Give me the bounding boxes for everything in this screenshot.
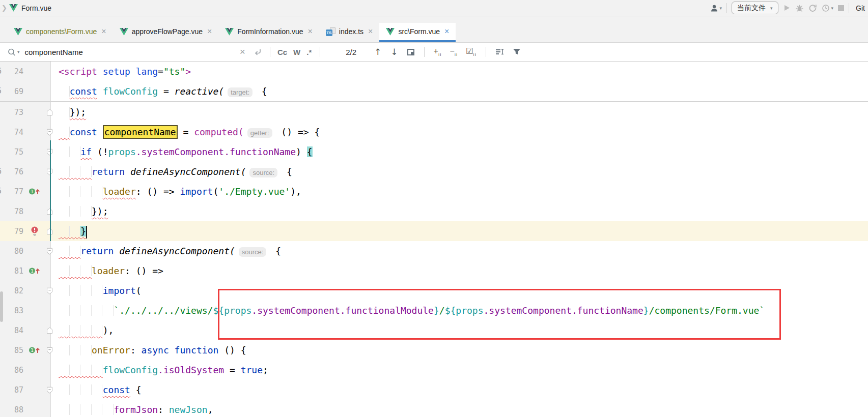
code-line-82[interactable]: 82 import( (0, 281, 868, 301)
search-icon[interactable]: ▾ (7, 48, 20, 56)
next-match-button[interactable]: ↓ (386, 47, 402, 57)
run-configuration-selector[interactable]: 当前文件 ▾ (732, 2, 778, 14)
line-number: 87 (0, 385, 23, 395)
clipped-edge-digit: 5 (0, 187, 2, 196)
line-number: 76 (0, 167, 23, 176)
clipped-edge-digit: 6 (0, 67, 2, 76)
code-text: const flowConfig = reactive(target: { (59, 81, 267, 101)
code-line-84[interactable]: 84 ), (0, 320, 868, 340)
line-number: 84 (0, 326, 23, 335)
code-line-75[interactable]: 75 if (!props.systemComponent.functionNa… (0, 142, 868, 162)
clear-search-icon[interactable]: × (236, 46, 249, 57)
fold-down-icon[interactable] (46, 287, 59, 294)
line-number: 75 (0, 147, 23, 157)
match-case-toggle[interactable]: Cc (274, 48, 290, 56)
code-line-77[interactable]: 771 loader: () => import('./Empty.vue'), (0, 182, 868, 201)
words-toggle[interactable]: W (290, 48, 303, 56)
svg-text:1: 1 (31, 189, 34, 194)
fold-down-icon[interactable] (46, 347, 59, 354)
regex-toggle[interactable]: .* (303, 48, 315, 56)
close-tab-icon[interactable]: × (101, 27, 106, 36)
svg-text:1: 1 (31, 348, 34, 353)
profiler-button[interactable]: ▾ (822, 4, 834, 12)
fold-down-icon[interactable] (46, 148, 59, 156)
code-line-24[interactable]: 24<script setup lang="ts"> (0, 62, 868, 81)
user-account-button[interactable]: ▾ (710, 4, 722, 12)
line-number: 79 (0, 227, 23, 236)
clipped-edge-digit: 6 (0, 167, 2, 176)
filter-icon[interactable] (509, 48, 525, 55)
rerun-coverage-button[interactable] (808, 4, 817, 12)
tab-label: approveFlowPage.vue (132, 27, 203, 36)
code-line-83[interactable]: 83 `./../../../views/${props.systemCompo… (0, 301, 868, 320)
editor-tab-index.ts[interactable]: TSindex.ts× (319, 23, 380, 42)
search-in-selection-button[interactable] (491, 48, 509, 55)
vue-file-icon (9, 4, 18, 12)
close-tab-icon[interactable]: × (444, 27, 449, 36)
fold-up-icon[interactable] (46, 208, 59, 215)
editor-tab-FormInformation.vue[interactable]: FormInformation.vue× (218, 23, 319, 42)
vue-file-icon (386, 28, 395, 36)
error-marker-icon[interactable] (23, 226, 46, 236)
editor-tab-src-Form.vue[interactable]: src\Form.vue× (379, 23, 456, 42)
vue-file-icon (14, 28, 22, 36)
code-line-73[interactable]: 73 }); (0, 102, 868, 122)
code-text: formJson: newJson, (59, 400, 213, 417)
fold-up-icon[interactable] (46, 109, 59, 116)
chevron-down-icon: ▾ (770, 6, 773, 11)
implementation-marker-icon[interactable]: 1 (23, 346, 46, 354)
code-line-76[interactable]: 76 return defineAsyncComponent(source: { (0, 162, 868, 182)
code-line-87[interactable]: 87 const { (0, 380, 868, 400)
divider (726, 3, 727, 13)
code-line-81[interactable]: 811 loader: () => (0, 261, 868, 281)
code-line-88[interactable]: 88 formJson: newJson, (0, 400, 868, 417)
line-number: 82 (0, 286, 23, 295)
line-number: 80 (0, 247, 23, 256)
code-line-69[interactable]: 69 const flowConfig = reactive(target: { (0, 81, 868, 101)
breadcrumb-chevron-icon: ❯ (2, 4, 7, 12)
code-line-86[interactable]: 86 flowConfig.isOldSystem = true; (0, 360, 868, 380)
code-line-80[interactable]: 80 return defineAsyncComponent(source: { (0, 241, 868, 261)
fold-up-icon[interactable] (46, 327, 59, 334)
open-in-find-window-button[interactable] (407, 49, 414, 55)
code-line-74[interactable]: 74 const componentName = computed(getter… (0, 122, 868, 142)
remove-selection-button[interactable]: −II (445, 47, 462, 57)
implementation-marker-icon[interactable]: 1 (23, 187, 46, 196)
newline-icon[interactable] (249, 48, 266, 56)
close-tab-icon[interactable]: × (307, 27, 312, 36)
fold-down-icon[interactable] (46, 129, 59, 136)
add-selection-button[interactable]: +II (430, 47, 446, 57)
code-line-79[interactable]: 79 } (0, 221, 868, 241)
editor-tab-components-Form.vue[interactable]: components\Form.vue× (7, 23, 113, 42)
search-input[interactable]: componentName (25, 48, 83, 56)
editor-tab-approveFlowPage.vue[interactable]: approveFlowPage.vue× (113, 23, 219, 42)
line-number: 88 (0, 405, 23, 414)
select-all-occurrences-button[interactable]: ☑II (462, 46, 481, 57)
fold-down-icon[interactable] (46, 168, 59, 175)
scope-indicator (50, 140, 51, 241)
close-tab-icon[interactable]: × (368, 27, 373, 36)
fold-down-icon[interactable] (46, 386, 59, 394)
close-tab-icon[interactable]: × (207, 27, 212, 36)
run-button[interactable] (783, 4, 791, 12)
text-cursor (86, 226, 87, 239)
line-number: 78 (0, 207, 23, 216)
code-line-85[interactable]: 851 onError: async function () { (0, 340, 868, 360)
implementation-marker-icon[interactable]: 1 (23, 266, 46, 275)
code-text: return defineAsyncComponent(source: { (59, 162, 292, 182)
code-text: const { (59, 380, 142, 400)
stop-button[interactable] (838, 5, 844, 11)
code-text: }); (59, 201, 108, 221)
code-text: loader: () => (59, 261, 163, 281)
line-number: 24 (0, 67, 23, 76)
debug-button[interactable] (795, 4, 804, 12)
sticky-lines: 24<script setup lang="ts">69 const flowC… (0, 62, 868, 101)
tab-label: src\Form.vue (398, 27, 440, 36)
code-editor[interactable]: 24<script setup lang="ts">69 const flowC… (0, 62, 868, 417)
fold-down-icon[interactable] (46, 248, 59, 255)
git-menu[interactable]: Git (856, 4, 865, 12)
code-line-78[interactable]: 78 }); (0, 201, 868, 221)
previous-match-button[interactable]: ↑ (370, 47, 386, 57)
vue-file-icon (225, 28, 234, 36)
fold-up-icon[interactable] (46, 228, 59, 235)
